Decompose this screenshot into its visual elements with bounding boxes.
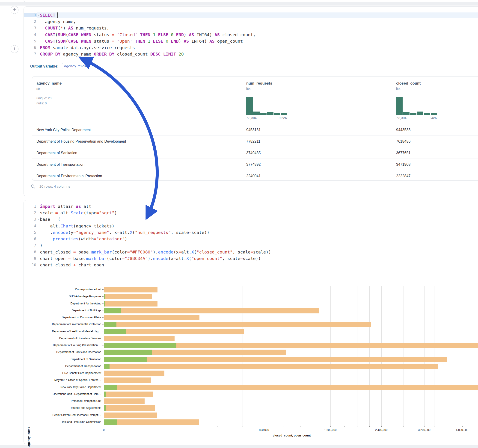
gridline bbox=[330, 286, 331, 426]
code-line[interactable]: 5 .encode(y="agency_name", x=alt.X("num_… bbox=[24, 229, 478, 236]
table-footer: 20 rows, 4 columns bbox=[31, 182, 70, 191]
code-line[interactable]: 4 CAST(SUM(CASE WHEN status = 'Closed' T… bbox=[24, 31, 478, 38]
column-header[interactable]: agency_namestrunique: 20nulls: 0 bbox=[32, 76, 242, 124]
code-line[interactable]: 7) bbox=[24, 242, 478, 249]
table-row[interactable]: New York City Police Department945313194… bbox=[32, 124, 478, 136]
column-header[interactable]: num_requestsi6453,3049.5e6 bbox=[242, 76, 392, 124]
gridline bbox=[243, 286, 243, 426]
gridline bbox=[184, 286, 184, 426]
table-cell: 7618456 bbox=[392, 139, 478, 143]
y-axis-label: Taxi and Limousine Commission bbox=[24, 420, 101, 423]
closed-count-bar bbox=[104, 371, 164, 376]
x-tick bbox=[217, 426, 217, 427]
dataframe-preview-card: agency_namestrunique: 20nulls: 0num_requ… bbox=[32, 76, 478, 181]
code-line[interactable]: 9chart_open = base.mark_bar(color="#8BC3… bbox=[24, 255, 478, 261]
y-tick bbox=[102, 352, 104, 352]
code-text: FROM sample_data.nyc.service_requests bbox=[37, 45, 478, 50]
column-type: i64 bbox=[246, 87, 392, 91]
y-axis-label: Correspondence Unit bbox=[24, 288, 101, 291]
gridline bbox=[462, 286, 462, 426]
bottom-gap-band bbox=[0, 445, 478, 448]
y-axis-label: DHS Advantage Programs bbox=[24, 295, 101, 298]
closed-count-bar bbox=[104, 405, 155, 411]
x-tick bbox=[330, 426, 331, 427]
table-cell: Department of Environmental Protection bbox=[32, 174, 242, 178]
code-line[interactable]: 5 CAST(SUM(CASE WHEN status = 'Open' THE… bbox=[24, 38, 478, 44]
code-text: ) bbox=[37, 243, 478, 248]
closed-count-bar bbox=[104, 392, 153, 397]
x-tick bbox=[300, 426, 301, 427]
column-type: i64 bbox=[396, 87, 478, 91]
column-histogram bbox=[396, 97, 438, 115]
gridline bbox=[471, 286, 471, 426]
add-cell-button-top[interactable]: + bbox=[11, 6, 19, 14]
line-number: 7 bbox=[24, 243, 37, 248]
table-cell: 2222847 bbox=[392, 174, 478, 178]
code-line[interactable]: 6 .properties(width="container") bbox=[24, 236, 478, 242]
table-cell: 9443533 bbox=[392, 128, 478, 132]
column-header[interactable]: closed_counti6453,3049.4e6 bbox=[392, 76, 478, 124]
chart-y-axis-title: agency_name bbox=[27, 427, 31, 447]
code-line[interactable]: 3 COUNT(*) AS num_requests, bbox=[24, 25, 478, 31]
code-line[interactable]: 1import altair as alt bbox=[24, 203, 478, 210]
code-output-divider bbox=[24, 60, 478, 60]
altair-bar-chart: agency_name Correspondence UnitDHS Advan… bbox=[24, 285, 478, 442]
y-axis-label: New York City Police Department bbox=[24, 386, 101, 389]
code-line[interactable]: 10chart_closed + chart_open bbox=[24, 262, 478, 268]
open-count-bar bbox=[104, 308, 121, 313]
plus-icon: + bbox=[13, 46, 16, 52]
column-name: num_requests bbox=[246, 81, 392, 86]
search-icon[interactable] bbox=[31, 184, 35, 189]
y-tick bbox=[102, 401, 104, 401]
line-number: 9 bbox=[24, 256, 37, 261]
output-variable-badge[interactable]: agency_tickets bbox=[62, 63, 88, 69]
line-number: 4 bbox=[24, 224, 37, 228]
code-line[interactable]: 8chart_closed = base.mark_bar(color="#FF… bbox=[24, 249, 478, 255]
y-tick bbox=[102, 303, 104, 304]
code-line[interactable]: 6FROM sample_data.nyc.service_requests bbox=[24, 44, 478, 51]
x-tick bbox=[471, 426, 471, 427]
gridline bbox=[283, 286, 283, 426]
closed-count-bar bbox=[104, 419, 199, 425]
sql-code-editor[interactable]: 1vSELECT2 agency_name,3 COUNT(*) AS num_… bbox=[24, 12, 478, 57]
x-tick bbox=[369, 426, 370, 427]
table-header-row: agency_namestrunique: 20nulls: 0num_requ… bbox=[32, 76, 478, 124]
output-variable-label: Output variable: bbox=[30, 64, 59, 68]
line-number: 5 bbox=[24, 39, 37, 43]
code-line[interactable]: 3vbase = ( bbox=[24, 216, 478, 223]
table-cell: 2240041 bbox=[242, 174, 392, 178]
y-axis-label: Department for the Aging bbox=[24, 302, 101, 305]
chart-plot-area bbox=[104, 286, 478, 426]
code-line[interactable]: 7GROUP BY agency_name ORDER BY closed_co… bbox=[24, 51, 478, 57]
code-line[interactable]: 2 agency_name, bbox=[24, 18, 478, 25]
table-cell: New York City Police Department bbox=[32, 128, 242, 132]
open-count-bar bbox=[104, 364, 110, 369]
line-number: 1v bbox=[24, 13, 37, 17]
code-line[interactable]: 4 alt.Chart(agency_tickets) bbox=[24, 223, 478, 229]
y-axis-label: Mayorâ€ s Office of Special Enforce… bbox=[24, 378, 101, 382]
table-cell: 3677651 bbox=[392, 151, 478, 155]
table-row[interactable]: Department of Environmental Protection22… bbox=[32, 170, 478, 182]
open-count-bar bbox=[104, 322, 116, 327]
y-tick bbox=[102, 394, 104, 394]
collapse-chevron-icon[interactable]: v bbox=[38, 218, 39, 221]
x-tick bbox=[414, 426, 415, 427]
table-cell: 3774892 bbox=[242, 162, 392, 167]
table-row[interactable]: Department of Sanitation37494853677651 bbox=[32, 147, 478, 159]
add-cell-button-middle[interactable]: + bbox=[11, 45, 19, 53]
code-text: .properties(width="container") bbox=[37, 236, 478, 241]
y-tick bbox=[102, 331, 104, 332]
closed-count-bar bbox=[104, 357, 447, 362]
y-axis-label: Department of Consumer Affairs bbox=[24, 316, 101, 319]
python-code-editor[interactable]: 1import altair as alt2scale = alt.Scale(… bbox=[24, 203, 478, 268]
table-row[interactable]: Department of Transportation377489234719… bbox=[32, 159, 478, 170]
line-number: 8 bbox=[24, 250, 37, 254]
code-line[interactable]: 2scale = alt.Scale(type="sqrt") bbox=[24, 210, 478, 216]
collapse-chevron-icon[interactable]: v bbox=[38, 14, 39, 17]
code-line[interactable]: 1vSELECT bbox=[24, 12, 478, 18]
x-tick bbox=[434, 426, 435, 427]
table-row[interactable]: Department of Housing Preservation and D… bbox=[32, 136, 478, 147]
y-axis-label: Department of Sanitation bbox=[24, 358, 101, 361]
x-tick bbox=[184, 426, 184, 427]
column-type: str bbox=[37, 87, 242, 91]
